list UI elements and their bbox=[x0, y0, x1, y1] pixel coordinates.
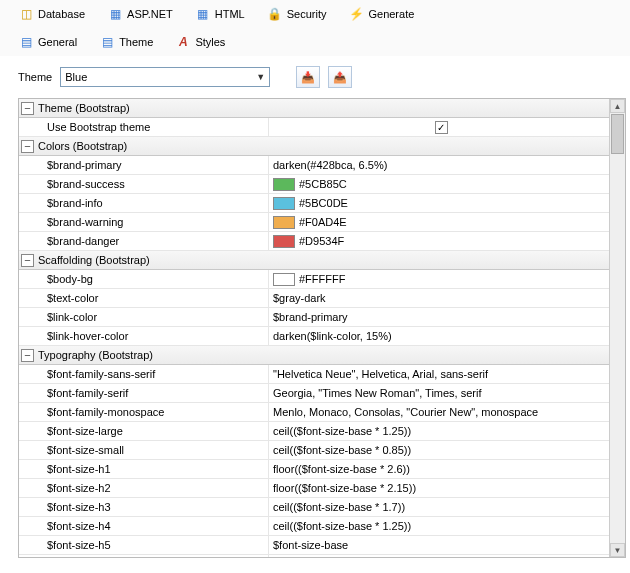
property-value[interactable]: Georgia, "Times New Roman", Times, serif bbox=[269, 384, 609, 402]
tab-generate[interactable]: ⚡Generate bbox=[338, 4, 424, 24]
vertical-scrollbar[interactable]: ▲ ▼ bbox=[609, 99, 625, 557]
subtab-general[interactable]: ▤General bbox=[8, 32, 87, 52]
property-value[interactable]: #5BC0DE bbox=[269, 194, 609, 212]
property-value[interactable]: #5CB85C bbox=[269, 175, 609, 193]
color-swatch bbox=[273, 273, 295, 286]
property-name: $brand-primary bbox=[19, 156, 269, 174]
property-name: $font-family-sans-serif bbox=[19, 365, 269, 383]
property-value-text: #F0AD4E bbox=[299, 216, 347, 228]
tab-label: Generate bbox=[368, 8, 414, 20]
property-row[interactable]: $font-size-h1floor(($font-size-base * 2.… bbox=[19, 460, 609, 479]
property-value-text: ceil(($font-size-base * 0.85)) bbox=[273, 444, 411, 456]
property-value[interactable]: ceil(($font-size-base * 0.85)) bbox=[269, 555, 609, 557]
property-row[interactable]: $brand-danger#D9534F bbox=[19, 232, 609, 251]
group-header[interactable]: −Typography (Bootstrap) bbox=[19, 346, 609, 365]
group-header[interactable]: −Theme (Bootstrap) bbox=[19, 99, 609, 118]
color-swatch bbox=[273, 216, 295, 229]
property-row[interactable]: $font-size-h6ceil(($font-size-base * 0.8… bbox=[19, 555, 609, 557]
property-value[interactable]: darken($link-color, 15%) bbox=[269, 327, 609, 345]
property-name: $link-hover-color bbox=[19, 327, 269, 345]
collapse-icon[interactable]: − bbox=[21, 349, 34, 362]
property-row[interactable]: $font-size-h5$font-size-base bbox=[19, 536, 609, 555]
property-row[interactable]: $font-size-h2floor(($font-size-base * 2.… bbox=[19, 479, 609, 498]
property-value[interactable]: ceil(($font-size-base * 1.25)) bbox=[269, 422, 609, 440]
scroll-down-icon[interactable]: ▼ bbox=[610, 543, 625, 557]
scroll-thumb[interactable] bbox=[611, 114, 624, 154]
group-header[interactable]: −Scaffolding (Bootstrap) bbox=[19, 251, 609, 270]
property-value-text: #D9534F bbox=[299, 235, 344, 247]
tab-database[interactable]: ◫Database bbox=[8, 4, 95, 24]
property-row[interactable]: $font-family-sans-serif"Helvetica Neue",… bbox=[19, 365, 609, 384]
property-value-text: floor(($font-size-base * 2.6)) bbox=[273, 463, 410, 475]
subtab-label: General bbox=[38, 36, 77, 48]
property-value-text: ceil(($font-size-base * 1.25)) bbox=[273, 520, 411, 532]
collapse-icon[interactable]: − bbox=[21, 102, 34, 115]
property-value-text: ceil(($font-size-base * 1.25)) bbox=[273, 425, 411, 437]
property-name: Use Bootstrap theme bbox=[19, 118, 269, 136]
property-value[interactable]: #FFFFFF bbox=[269, 270, 609, 288]
property-value[interactable]: Menlo, Monaco, Consolas, "Courier New", … bbox=[269, 403, 609, 421]
property-value[interactable]: #D9534F bbox=[269, 232, 609, 250]
property-name: $brand-danger bbox=[19, 232, 269, 250]
property-name: $brand-info bbox=[19, 194, 269, 212]
checkbox[interactable]: ✓ bbox=[435, 121, 448, 134]
property-value[interactable]: #F0AD4E bbox=[269, 213, 609, 231]
property-value-text: floor(($font-size-base * 2.15)) bbox=[273, 482, 416, 494]
tab-label: Security bbox=[287, 8, 327, 20]
tab-security[interactable]: 🔒Security bbox=[257, 4, 337, 24]
color-swatch bbox=[273, 235, 295, 248]
collapse-icon[interactable]: − bbox=[21, 254, 34, 267]
property-value-text: #5BC0DE bbox=[299, 197, 348, 209]
property-value[interactable]: ceil(($font-size-base * 1.7)) bbox=[269, 498, 609, 516]
tab-html[interactable]: ▦HTML bbox=[185, 4, 255, 24]
property-value[interactable]: $font-size-base bbox=[269, 536, 609, 554]
property-value-text: $brand-primary bbox=[273, 311, 348, 323]
property-value[interactable]: "Helvetica Neue", Helvetica, Arial, sans… bbox=[269, 365, 609, 383]
property-name: $body-bg bbox=[19, 270, 269, 288]
property-value-text: Georgia, "Times New Roman", Times, serif bbox=[273, 387, 482, 399]
property-value[interactable]: $gray-dark bbox=[269, 289, 609, 307]
property-row[interactable]: $brand-primarydarken(#428bca, 6.5%) bbox=[19, 156, 609, 175]
property-row[interactable]: $brand-info#5BC0DE bbox=[19, 194, 609, 213]
scroll-up-icon[interactable]: ▲ bbox=[610, 99, 625, 113]
property-value[interactable]: floor(($font-size-base * 2.15)) bbox=[269, 479, 609, 497]
property-row[interactable]: $link-hover-colordarken($link-color, 15%… bbox=[19, 327, 609, 346]
property-value[interactable]: ✓ bbox=[269, 118, 609, 136]
property-name: $text-color bbox=[19, 289, 269, 307]
property-row[interactable]: $font-size-smallceil(($font-size-base * … bbox=[19, 441, 609, 460]
property-value[interactable]: floor(($font-size-base * 2.6)) bbox=[269, 460, 609, 478]
property-name: $font-size-h3 bbox=[19, 498, 269, 516]
property-value[interactable]: darken(#428bca, 6.5%) bbox=[269, 156, 609, 174]
property-row[interactable]: $text-color$gray-dark bbox=[19, 289, 609, 308]
group-title: Theme (Bootstrap) bbox=[38, 102, 130, 114]
styles-icon: A bbox=[175, 34, 191, 50]
property-name: $font-family-serif bbox=[19, 384, 269, 402]
general-icon: ▤ bbox=[18, 34, 34, 50]
property-row[interactable]: $body-bg#FFFFFF bbox=[19, 270, 609, 289]
property-value-text: #FFFFFF bbox=[299, 273, 345, 285]
property-row[interactable]: $link-color$brand-primary bbox=[19, 308, 609, 327]
property-row[interactable]: $brand-success#5CB85C bbox=[19, 175, 609, 194]
import-button[interactable]: 📥 bbox=[296, 66, 320, 88]
property-row[interactable]: $font-size-h4ceil(($font-size-base * 1.2… bbox=[19, 517, 609, 536]
property-row[interactable]: $font-size-h3ceil(($font-size-base * 1.7… bbox=[19, 498, 609, 517]
property-row[interactable]: $brand-warning#F0AD4E bbox=[19, 213, 609, 232]
property-row[interactable]: Use Bootstrap theme✓ bbox=[19, 118, 609, 137]
subtab-theme[interactable]: ▤Theme bbox=[89, 32, 163, 52]
property-name: $font-size-small bbox=[19, 441, 269, 459]
subtab-styles[interactable]: AStyles bbox=[165, 32, 235, 52]
tab-aspnet[interactable]: ▦ASP.NET bbox=[97, 4, 183, 24]
property-row[interactable]: $font-family-serifGeorgia, "Times New Ro… bbox=[19, 384, 609, 403]
subtab-label: Theme bbox=[119, 36, 153, 48]
collapse-icon[interactable]: − bbox=[21, 140, 34, 153]
theme-dropdown[interactable]: Blue ▼ bbox=[60, 67, 270, 87]
property-row[interactable]: $font-size-largeceil(($font-size-base * … bbox=[19, 422, 609, 441]
property-row[interactable]: $font-family-monospaceMenlo, Monaco, Con… bbox=[19, 403, 609, 422]
top-toolbar: ◫Database▦ASP.NET▦HTML🔒Security⚡Generate bbox=[0, 0, 630, 28]
export-button[interactable]: 📤 bbox=[328, 66, 352, 88]
property-value[interactable]: $brand-primary bbox=[269, 308, 609, 326]
theme-label: Theme bbox=[18, 71, 52, 83]
property-value[interactable]: ceil(($font-size-base * 0.85)) bbox=[269, 441, 609, 459]
group-header[interactable]: −Colors (Bootstrap) bbox=[19, 137, 609, 156]
property-value[interactable]: ceil(($font-size-base * 1.25)) bbox=[269, 517, 609, 535]
